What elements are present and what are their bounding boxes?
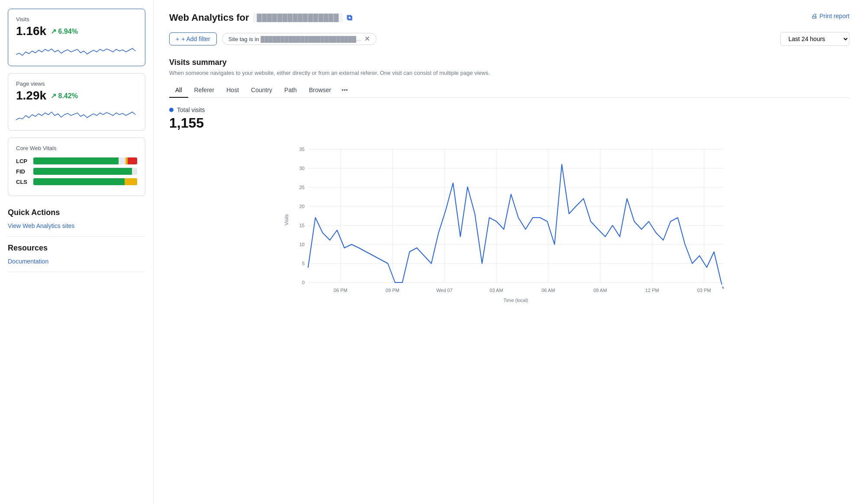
cwv-cls-yellow [125, 178, 137, 185]
svg-text:12 PM: 12 PM [645, 288, 659, 293]
svg-text:15: 15 [299, 223, 305, 228]
divider-1 [8, 236, 145, 237]
svg-text:0: 0 [302, 280, 305, 285]
cwv-lcp-green [33, 157, 119, 164]
svg-text:09 PM: 09 PM [386, 288, 399, 293]
cwv-title: Core Web Vitals [16, 145, 137, 151]
pageviews-value: 1.29k [16, 89, 46, 103]
cwv-lcp-label: LCP [16, 158, 29, 164]
svg-text:Visits: Visits [284, 214, 289, 225]
visits-chart: .grid-line { stroke: #e5e7eb; stroke-wid… [169, 140, 849, 305]
cwv-lcp-row: LCP [16, 157, 137, 164]
pageviews-label: Page views [16, 80, 137, 87]
tab-country[interactable]: Country [245, 83, 278, 98]
divider-2 [8, 272, 145, 272]
resources-section: Resources Documentation [8, 244, 145, 272]
main-header: Web Analytics for ████████████████ ⧉ 🖨 P… [169, 12, 849, 23]
filter-tag-text: Site tag is in ████████████████████████.… [228, 36, 361, 42]
svg-text:06 PM: 06 PM [334, 288, 347, 293]
core-web-vitals-card: Core Web Vitals LCP FID CLS [8, 138, 145, 196]
cwv-cls-green [33, 178, 125, 185]
cwv-fid-green [33, 168, 132, 175]
cwv-fid-label: FID [16, 168, 29, 175]
visits-change: ↗ 6.94% [51, 27, 78, 35]
time-range-select[interactable]: Last 24 hours Last 7 days Last 30 days L… [780, 32, 849, 46]
tab-path[interactable]: Path [278, 83, 303, 98]
filter-row: + + Add filter Site tag is in ██████████… [169, 32, 849, 46]
plus-icon: + [176, 35, 179, 42]
domain-label: ████████████████ [253, 13, 343, 22]
tab-host[interactable]: Host [220, 83, 245, 98]
filter-tag: Site tag is in ████████████████████████.… [222, 33, 376, 45]
total-visits-value: 1,155 [169, 115, 849, 131]
sidebar: Visits 1.16k ↗ 6.94% Page views 1.29k ↗ … [0, 0, 154, 504]
tab-more-button[interactable]: ••• [337, 83, 352, 98]
total-visits-dot [169, 108, 174, 112]
summary-tabs: All Referer Host Country Path Browser ••… [169, 83, 849, 98]
external-link-icon[interactable]: ⧉ [347, 13, 352, 22]
svg-text:10: 10 [299, 242, 305, 247]
visits-summary-desc: When someone navigates to your website, … [169, 70, 849, 76]
visits-summary-section: Visits summary When someone navigates to… [169, 58, 849, 305]
cwv-fid-row: FID [16, 168, 137, 175]
quick-actions-section: Quick Actions View Web Analytics sites [8, 208, 145, 237]
cwv-cls-bar [33, 178, 137, 185]
svg-text:30: 30 [299, 166, 305, 171]
tab-browser[interactable]: Browser [303, 83, 337, 98]
page-title: Web Analytics for ████████████████ ⧉ [169, 12, 352, 23]
tab-all[interactable]: All [169, 83, 188, 98]
total-visits-label-row: Total visits [169, 106, 849, 113]
cwv-lcp-red [128, 157, 137, 164]
svg-text:5: 5 [302, 261, 305, 266]
svg-text:03 AM: 03 AM [489, 288, 503, 293]
resources-title: Resources [8, 244, 145, 253]
print-report-button[interactable]: 🖨 Print report [811, 12, 849, 19]
filter-remove-button[interactable]: ✕ [364, 35, 370, 42]
visits-summary-title: Visits summary [169, 58, 849, 67]
page-title-text: Web Analytics for [169, 12, 249, 23]
tab-referer[interactable]: Referer [188, 83, 221, 98]
cwv-cls-label: CLS [16, 179, 29, 185]
visits-sparkline [16, 42, 137, 60]
pageviews-card: Page views 1.29k ↗ 8.42% [8, 73, 145, 131]
svg-text:35: 35 [299, 147, 305, 152]
svg-text:20: 20 [299, 204, 305, 209]
svg-text:03 PM: 03 PM [697, 288, 711, 293]
quick-actions-title: Quick Actions [8, 208, 145, 217]
time-select-wrapper: Last 24 hours Last 7 days Last 30 days L… [780, 32, 849, 46]
cwv-lcp-bar [33, 157, 137, 164]
view-web-analytics-link[interactable]: View Web Analytics sites [8, 222, 74, 229]
svg-text:09 AM: 09 AM [593, 288, 607, 293]
visits-card: Visits 1.16k ↗ 6.94% [8, 9, 145, 66]
visits-value: 1.16k [16, 24, 46, 38]
cwv-cls-row: CLS [16, 178, 137, 185]
add-filter-button[interactable]: + + Add filter [169, 32, 217, 45]
printer-icon: 🖨 [811, 12, 817, 19]
svg-text:06 AM: 06 AM [541, 288, 555, 293]
main-content: Web Analytics for ████████████████ ⧉ 🖨 P… [154, 0, 865, 504]
total-visits-label-text: Total visits [177, 106, 205, 113]
svg-text:Wed 07: Wed 07 [436, 288, 453, 293]
pageviews-change: ↗ 8.42% [51, 92, 78, 100]
svg-text:25: 25 [299, 185, 305, 190]
visits-label: Visits [16, 16, 137, 22]
pageviews-sparkline [16, 107, 137, 124]
cwv-fid-bar [33, 168, 137, 175]
documentation-link[interactable]: Documentation [8, 258, 48, 265]
svg-text:Time (local): Time (local) [503, 298, 528, 303]
